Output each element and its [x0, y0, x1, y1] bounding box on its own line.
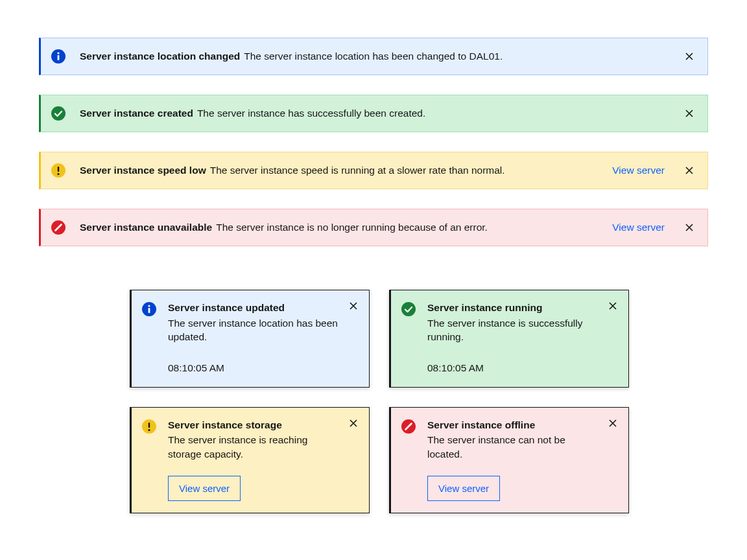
toast-title: Server instance offline: [427, 418, 601, 432]
inline-notification-success: Server instance createdThe server instan…: [39, 95, 708, 132]
notification-message: The server instance has successfully bee…: [197, 108, 425, 119]
notification-title: Server instance created: [80, 108, 193, 119]
toast-actions: View server: [427, 476, 601, 501]
notification-message: The server instance speed is running at …: [210, 165, 505, 176]
toast-body: Server instance updated The server insta…: [168, 301, 360, 375]
close-button[interactable]: [683, 50, 696, 63]
toast-message: The server instance location has been up…: [168, 316, 342, 344]
notification-text: Server instance speed lowThe server inst…: [80, 164, 612, 178]
notification-text: Server instance unavailableThe server in…: [80, 221, 612, 235]
toast-body: Server instance running The server insta…: [427, 301, 619, 375]
close-button[interactable]: [683, 164, 696, 177]
close-button[interactable]: [606, 417, 619, 430]
toast-actions: View server: [168, 476, 342, 501]
toast-body: Server instance offline The server insta…: [427, 418, 619, 501]
notification-text: Server instance location changedThe serv…: [80, 50, 683, 64]
inline-notification-error: Server instance unavailableThe server in…: [39, 209, 708, 246]
toast-timestamp: 08:10:05 AM: [427, 361, 601, 375]
notification-message: The server instance is no longer running…: [216, 222, 488, 233]
notification-title: Server instance location changed: [80, 51, 240, 62]
toast-notification-error: Server instance offline The server insta…: [389, 407, 629, 513]
view-server-link[interactable]: View server: [612, 164, 665, 178]
toast-title: Server instance running: [427, 301, 601, 315]
close-button[interactable]: [347, 417, 360, 430]
info-icon: [142, 302, 156, 316]
checkmark-icon: [401, 302, 416, 316]
toast-notifications: Server instance updated The server insta…: [130, 290, 622, 513]
checkmark-icon: [51, 106, 65, 121]
toast-message: The server instance is reaching storage …: [168, 433, 342, 461]
inline-notifications: Server instance location changedThe serv…: [39, 38, 708, 266]
notification-title: Server instance speed low: [80, 165, 206, 176]
toast-notification-info: Server instance updated The server insta…: [130, 290, 370, 388]
toast-title: Server instance storage: [168, 418, 342, 432]
close-button[interactable]: [606, 299, 619, 312]
inline-notification-warning: Server instance speed lowThe server inst…: [39, 152, 708, 189]
close-button[interactable]: [347, 299, 360, 312]
toast-message: The server instance can not be located.: [427, 433, 601, 461]
close-button[interactable]: [683, 107, 696, 120]
notification-title: Server instance unavailable: [80, 222, 212, 233]
toast-notification-warning: Server instance storage The server insta…: [130, 407, 370, 513]
toast-message: The server instance is successfully runn…: [427, 316, 601, 344]
toast-timestamp: 08:10:05 AM: [168, 361, 342, 375]
toast-title: Server instance updated: [168, 301, 342, 315]
close-button[interactable]: [683, 221, 696, 234]
notification-text: Server instance createdThe server instan…: [80, 107, 683, 121]
view-server-button[interactable]: View server: [168, 476, 241, 501]
toast-notification-success: Server instance running The server insta…: [389, 290, 629, 388]
view-server-button[interactable]: View server: [427, 476, 500, 501]
error-icon: [51, 220, 65, 235]
warning-icon: [142, 419, 156, 434]
notification-message: The server instance location has been ch…: [244, 51, 503, 62]
info-icon: [51, 49, 65, 64]
view-server-link[interactable]: View server: [612, 221, 665, 235]
inline-notification-info: Server instance location changedThe serv…: [39, 38, 708, 75]
toast-body: Server instance storage The server insta…: [168, 418, 360, 501]
error-icon: [401, 419, 416, 434]
warning-icon: [51, 163, 65, 178]
